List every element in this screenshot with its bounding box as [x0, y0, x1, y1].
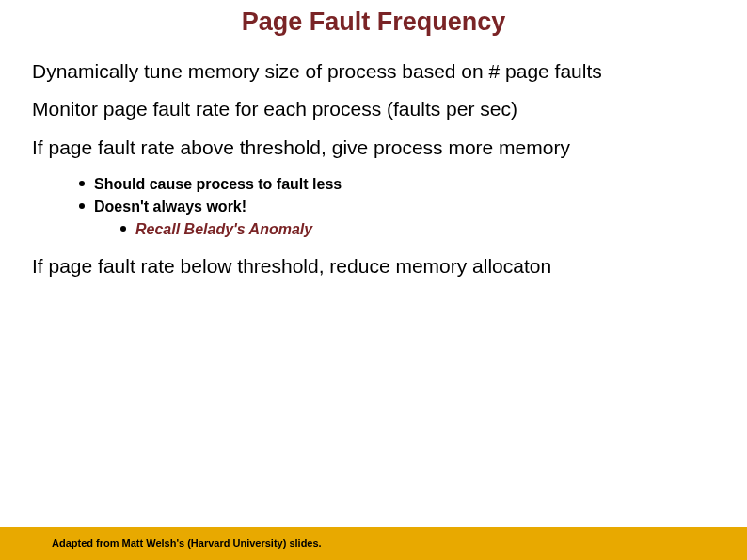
sub-bullet-text: Doesn't always work!: [94, 199, 246, 215]
subsub-bullet-text: Recall Belady's Anomaly: [135, 221, 312, 237]
slide-title: Page Fault Frequency: [0, 0, 747, 46]
footer-text: Adapted from Matt Welsh's (Harvard Unive…: [52, 537, 322, 549]
bullet-point: If page fault rate above threshold, give…: [32, 136, 719, 160]
footer-bar: Adapted from Matt Welsh's (Harvard Unive…: [0, 527, 747, 560]
subsub-bullet: Recall Belady's Anomaly: [120, 218, 719, 241]
slide: Page Fault Frequency Dynamically tune me…: [0, 0, 747, 560]
sub-bullet: Doesn't always work! Recall Belady's Ano…: [79, 196, 719, 241]
sub-bullet: Should cause process to fault less: [79, 173, 719, 196]
bullet-point: Monitor page fault rate for each process…: [32, 97, 719, 121]
slide-content: Dynamically tune memory size of process …: [0, 59, 747, 279]
sub-bullet-text: Should cause process to fault less: [94, 176, 342, 192]
sub-list: Should cause process to fault less Doesn…: [32, 173, 719, 241]
bullet-point: Dynamically tune memory size of process …: [32, 59, 719, 84]
subsub-list: Recall Belady's Anomaly: [94, 218, 719, 241]
bullet-point: If page fault rate below threshold, redu…: [32, 254, 719, 279]
